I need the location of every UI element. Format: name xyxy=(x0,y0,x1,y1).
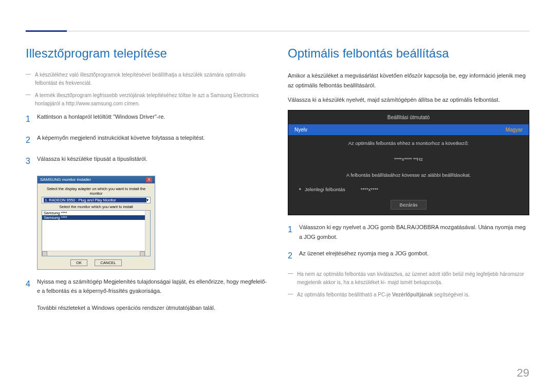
step-3: 3 Válassza ki készüléke típusát a típusl… xyxy=(26,154,267,168)
osd-close-button[interactable]: Bezárás xyxy=(391,200,427,210)
h-scrollbar[interactable] xyxy=(42,251,145,256)
step-4: 4 Nyissa meg a számítógép Megjelenítés t… xyxy=(26,277,267,296)
step-number: 4 xyxy=(26,277,37,296)
monitor-label: Select the monitor which you want to ins… xyxy=(42,204,151,209)
paragraph-1: Amikor a készüléket a megvásárlást követ… xyxy=(288,71,529,90)
osd-panel: Beállítási útmutató Nyelv Magyar Az opti… xyxy=(288,110,529,215)
list-item[interactable]: Samsung **** xyxy=(42,211,150,215)
osd-message-2: A felbontás beállításához kövesse az alá… xyxy=(288,167,529,183)
osd-current-row: Jelenlegi felbontás ****x**** xyxy=(288,183,529,196)
right-step-2: 2 Az üzenet elrejtéséhez nyomja meg a JO… xyxy=(288,249,529,263)
osd-title: Beállítási útmutató xyxy=(288,110,529,124)
ok-button[interactable]: OK xyxy=(70,259,87,266)
osd-language-value: Magyar xyxy=(506,127,523,133)
osd-message-1: Az optimális felbontás ehhez a monitorho… xyxy=(288,135,529,151)
step-number: 3 xyxy=(26,154,37,168)
adapter-select[interactable]: 1. RADEON 9550 : Plug and Play Monitor ▾ xyxy=(42,197,151,203)
dialog-body: Select the display adapter on which you … xyxy=(38,183,155,269)
adapter-label: Select the display adapter on which you … xyxy=(42,186,151,196)
monitor-list[interactable]: Samsung **** Samsung **** xyxy=(42,210,151,256)
right-column: Optimális felbontás beállítása Amikor a … xyxy=(288,46,529,318)
dropdown-icon: ▾ xyxy=(146,198,149,202)
step-text: Válasszon ki egy nyelvet a JOG gomb BALR… xyxy=(299,222,529,241)
page-number: 29 xyxy=(517,366,529,380)
dialog-buttons: OK CANCEL xyxy=(42,259,151,266)
close-icon[interactable]: X xyxy=(146,177,152,182)
step-text: A képernyőn megjelenő instrukciókat köve… xyxy=(37,133,205,147)
main-columns: Illesztőprogram telepítése A készülékhez… xyxy=(26,46,529,318)
osd-current-label: Jelenlegi felbontás xyxy=(299,186,345,193)
adapter-value: 1. RADEON 9550 : Plug and Play Monitor xyxy=(44,198,146,202)
list-item[interactable]: Samsung **** xyxy=(42,215,150,220)
step-text: Kattintson a honlapról letöltött "Window… xyxy=(37,112,165,126)
v-scrollbar[interactable] xyxy=(145,211,150,256)
right-heading: Optimális felbontás beállítása xyxy=(288,46,529,61)
cancel-button[interactable]: CANCEL xyxy=(95,259,121,266)
right-note-2: Az optimális felbontás beállítható a PC-… xyxy=(288,291,529,299)
step-4-followup: További részleteket a Windows operációs … xyxy=(26,303,267,313)
note-2: A termék illesztőprogram legfrissebb ver… xyxy=(26,91,267,108)
note-1: A készülékhez való illesztőprogramok tel… xyxy=(26,71,267,87)
osd-optimal-resolution: ****x**** **Hz xyxy=(288,151,529,167)
step-number: 1 xyxy=(288,222,299,241)
paragraph-2: Válassza ki a készülék nyelvét, majd szá… xyxy=(288,95,529,105)
left-heading: Illesztőprogram telepítése xyxy=(26,46,267,61)
step-2: 2 A képernyőn megjelenő instrukciókat kö… xyxy=(26,133,267,147)
right-note-1: Ha nem az optimális felbontás van kivála… xyxy=(288,270,529,287)
step-number: 1 xyxy=(26,112,37,126)
osd-language-label: Nyelv xyxy=(294,127,307,133)
header-rule xyxy=(26,31,529,31)
right-step-1: 1 Válasszon ki egy nyelvet a JOG gomb BA… xyxy=(288,222,529,241)
step-1: 1 Kattintson a honlapról letöltött "Wind… xyxy=(26,112,267,126)
step-number: 2 xyxy=(26,133,37,147)
osd-language-row[interactable]: Nyelv Magyar xyxy=(288,124,529,135)
osd-current-value: ****x**** xyxy=(361,186,378,192)
installer-dialog: SAMSUNG monitor installer X Select the d… xyxy=(37,176,155,270)
step-text: Nyissa meg a számítógép Megjelenítés tul… xyxy=(37,277,267,296)
dialog-title: SAMSUNG monitor installer xyxy=(40,177,91,182)
dialog-titlebar: SAMSUNG monitor installer X xyxy=(38,176,155,183)
step-text: Az üzenet elrejtéséhez nyomja meg a JOG … xyxy=(299,249,429,263)
step-number: 2 xyxy=(288,249,299,263)
left-column: Illesztőprogram telepítése A készülékhez… xyxy=(26,46,267,318)
step-text: Válassza ki készüléke típusát a típuslis… xyxy=(37,154,147,168)
